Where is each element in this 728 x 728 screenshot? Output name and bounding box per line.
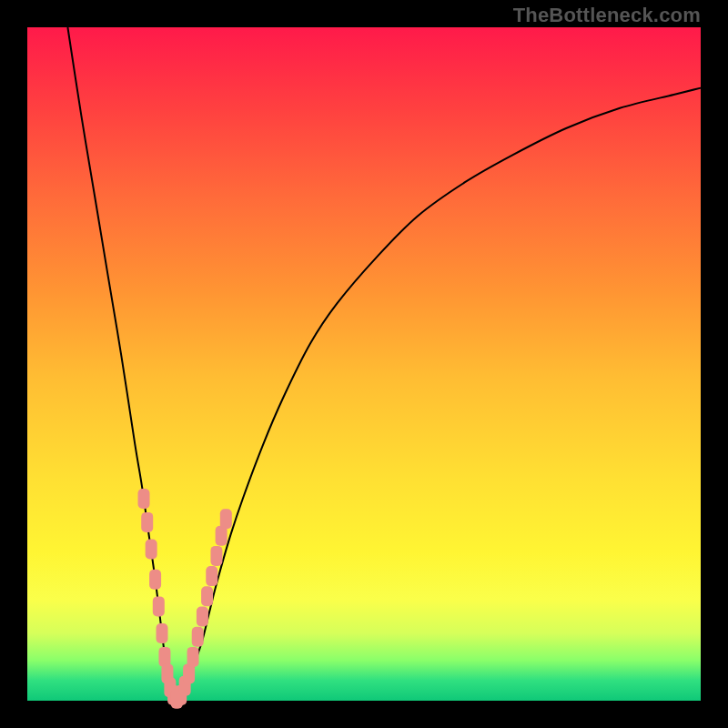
data-marker xyxy=(197,607,208,627)
data-marker xyxy=(141,512,153,532)
data-marker xyxy=(220,509,232,529)
data-marker xyxy=(146,540,157,560)
data-marker xyxy=(201,586,213,606)
curve-right xyxy=(176,88,701,701)
plot-area xyxy=(27,27,701,701)
chart-frame: TheBottleneck.com xyxy=(0,0,728,728)
watermark-text: TheBottleneck.com xyxy=(513,4,701,27)
data-marker xyxy=(138,489,150,509)
data-marker xyxy=(157,623,168,643)
data-marker xyxy=(192,627,204,647)
data-marker xyxy=(187,647,199,667)
data-marker xyxy=(206,566,217,586)
marker-group xyxy=(138,489,232,709)
data-marker xyxy=(210,546,222,566)
data-marker xyxy=(153,596,165,616)
data-marker xyxy=(149,570,161,590)
chart-svg xyxy=(27,27,701,701)
